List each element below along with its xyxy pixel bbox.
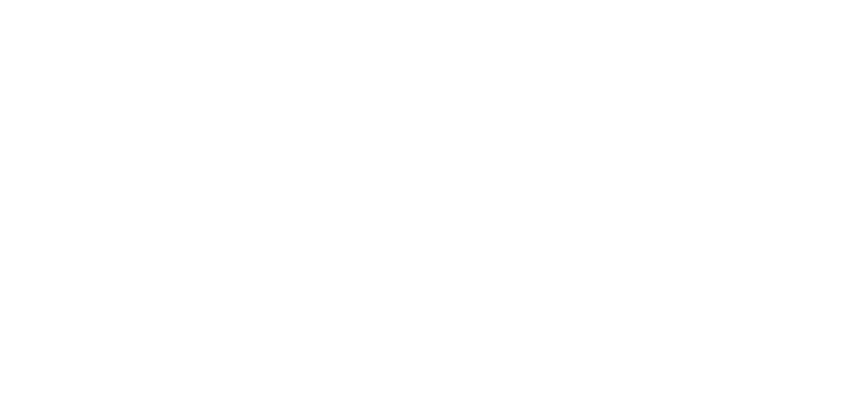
filter-bar (6, 8, 861, 18)
help-icon[interactable] (11, 8, 21, 18)
get-logs-button[interactable] (6, 27, 22, 35)
button-row (6, 25, 861, 35)
log-report-page (0, 0, 868, 47)
